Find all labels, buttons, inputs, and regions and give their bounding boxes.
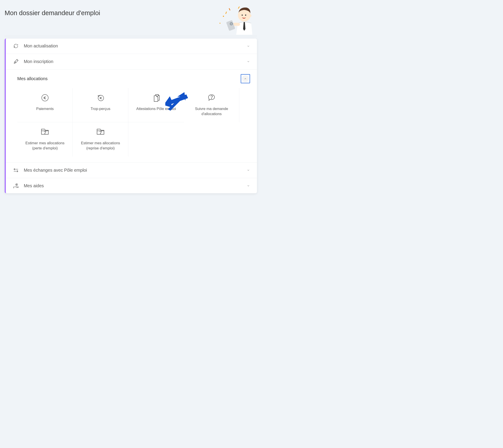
page-header: Mon dossier demandeur d'emploi	[5, 5, 257, 36]
tile-trop-percus[interactable]: Trop-perçus	[73, 88, 128, 122]
svg-point-20	[100, 133, 101, 134]
svg-point-1	[219, 23, 220, 24]
dossier-card: Mon actualisation Mon inscription Mes al…	[5, 38, 257, 194]
chevron-up-icon	[244, 77, 247, 80]
svg-rect-2	[225, 12, 227, 14]
allocations-tiles: Paiements Trop-perçus	[17, 88, 239, 157]
svg-point-7	[242, 15, 243, 16]
tile-label: Estimer mes allocations (reprise d'emplo…	[76, 141, 125, 151]
section-title: Mes allocations	[17, 76, 47, 81]
tile-label: Suivre ma demande d'allocations	[187, 106, 236, 116]
page-title: Mon dossier demandeur d'emploi	[5, 5, 100, 17]
svg-text:€: €	[231, 23, 232, 25]
svg-point-8	[245, 15, 246, 16]
svg-point-16	[42, 94, 48, 101]
svg-point-18	[211, 99, 212, 99]
speech-question-icon	[206, 93, 217, 103]
chevron-down-icon	[247, 45, 250, 48]
empty-tile	[184, 122, 240, 157]
section-allocations: Mes allocations	[6, 69, 257, 163]
svg-point-19	[45, 133, 45, 134]
tile-label: Paiements	[36, 106, 54, 111]
section-echanges[interactable]: Mes échanges avec Pôle emploi	[6, 163, 257, 178]
folder-question-icon	[95, 127, 106, 137]
tile-estimer-reprise[interactable]: Estimer mes allocations (reprise d'emplo…	[73, 122, 128, 157]
tile-suivre-demande[interactable]: Suivre ma demande d'allocations	[184, 88, 240, 122]
chevron-down-icon	[247, 184, 250, 187]
tile-estimer-perte[interactable]: Estimer mes allocations (perte d'emploi)	[17, 122, 73, 157]
section-label: Mes échanges avec Pôle emploi	[24, 168, 247, 173]
refresh-icon	[13, 43, 19, 49]
empty-tile	[128, 122, 184, 157]
hand-coin-icon	[13, 183, 19, 189]
pointer-arrow-annotation	[165, 92, 191, 112]
section-inscription[interactable]: Mon inscription	[6, 54, 257, 69]
section-aides[interactable]: Mes aides	[6, 178, 257, 194]
svg-rect-11	[226, 20, 235, 31]
section-label: Mes aides	[24, 183, 247, 188]
svg-point-9	[249, 14, 251, 17]
tile-label: Trop-perçus	[91, 106, 110, 111]
chevron-down-icon	[247, 60, 250, 63]
mascot-illustration: €	[215, 5, 257, 35]
collapse-button[interactable]	[241, 74, 250, 83]
svg-point-0	[223, 16, 224, 17]
exchange-icon	[13, 167, 19, 173]
section-label: Mon actualisation	[24, 43, 247, 49]
tile-paiements[interactable]: Paiements	[17, 88, 73, 122]
section-actualisation[interactable]: Mon actualisation	[6, 38, 257, 54]
documents-icon	[151, 93, 161, 103]
chevron-down-icon	[247, 168, 250, 172]
folder-question-icon	[40, 127, 50, 137]
pen-icon	[13, 58, 19, 65]
svg-rect-4	[238, 6, 240, 9]
svg-rect-3	[229, 8, 230, 10]
section-label: Mon inscription	[24, 59, 247, 64]
refund-icon	[95, 93, 106, 103]
euro-circle-icon	[40, 93, 50, 103]
tile-label: Estimer mes allocations (perte d'emploi)	[21, 141, 69, 151]
